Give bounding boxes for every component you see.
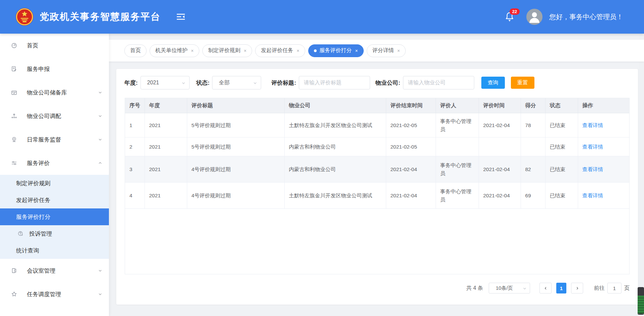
sidebar-item-service-declaration[interactable]: 服务申报 bbox=[0, 57, 109, 81]
cell: 已结束 bbox=[545, 183, 578, 209]
dispatch-icon bbox=[11, 113, 17, 119]
sidebar-item-label: 物业公司储备库 bbox=[27, 89, 67, 96]
cell: 已结束 bbox=[545, 137, 578, 156]
close-tab-icon[interactable]: × bbox=[355, 48, 358, 53]
status-label: 状态: bbox=[196, 79, 210, 87]
cell: 2021-02-04 bbox=[386, 183, 436, 209]
sidebar-item-complaint-management[interactable]: 投诉管理 bbox=[0, 225, 109, 242]
view-details-link[interactable]: 查看详情 bbox=[582, 166, 603, 172]
sidebar-item-label: 物业公司调配 bbox=[27, 112, 61, 120]
cell bbox=[436, 137, 479, 156]
property-company-input[interactable] bbox=[403, 76, 474, 89]
column-header: 评价结束时间 bbox=[386, 98, 436, 113]
cell: 2021-02-04 bbox=[479, 156, 521, 183]
tab-home[interactable]: 首页 bbox=[124, 44, 147, 57]
sidebar-item-label: 发起评价任务 bbox=[16, 196, 50, 204]
chevron-down-icon bbox=[253, 81, 257, 85]
sidebar-item-set-evaluation-rules[interactable]: 制定评价规则 bbox=[0, 175, 109, 192]
chevron-up-icon bbox=[98, 161, 102, 165]
user-greeting: 您好，事务中心管理员！ bbox=[549, 12, 623, 22]
sidebar-item-property-company-dispatch[interactable]: 物业公司调配 bbox=[0, 104, 109, 128]
view-details-link[interactable]: 查看详情 bbox=[582, 144, 603, 150]
tab-label: 首页 bbox=[130, 47, 141, 54]
tab-label: 机关单位维护 bbox=[155, 47, 188, 54]
cell bbox=[479, 137, 521, 156]
cell: 2021 bbox=[145, 137, 187, 156]
table-row: 420214号评价规则过期土默特左旗金川开发区物业公司测试2021-02-04事… bbox=[125, 183, 630, 209]
avatar[interactable] bbox=[526, 9, 542, 25]
sidebar-item-home[interactable]: 首页 bbox=[0, 34, 109, 57]
chevron-down-icon bbox=[98, 269, 102, 273]
tab-launch-evaluation-task[interactable]: 发起评价任务× bbox=[255, 44, 305, 57]
sidebar-item-meeting-room-management[interactable]: 会议室管理 bbox=[0, 259, 109, 282]
archive-icon bbox=[11, 89, 17, 96]
goto-label: 前往 bbox=[594, 285, 605, 292]
sidebar-item-launch-evaluation-task[interactable]: 发起评价任务 bbox=[0, 192, 109, 208]
status-select[interactable]: 全部 bbox=[212, 76, 261, 89]
content-card: 年度: 2021 状态: 全部 评价标题: 物业公司: 查询 重置 序号年 bbox=[116, 69, 638, 305]
sidebar-item-statistics-query[interactable]: 统计查询 bbox=[0, 242, 109, 259]
sidebar-item-label: 日常服务监督 bbox=[27, 136, 61, 144]
app-header: 党政机关事务智慧服务平台 22 bbox=[0, 0, 644, 34]
cell: 已结束 bbox=[545, 113, 578, 137]
scroll-indicator[interactable] bbox=[638, 287, 644, 315]
query-button[interactable]: 查询 bbox=[481, 77, 505, 89]
cell: 2021 bbox=[145, 183, 187, 209]
cell: 1 bbox=[125, 113, 145, 137]
sidebar-item-task-scheduling-management[interactable]: 任务调度管理 bbox=[0, 282, 109, 306]
close-tab-icon[interactable]: × bbox=[397, 48, 400, 53]
sidebar-item-service-evaluation-scoring[interactable]: 服务评价打分 bbox=[0, 208, 109, 225]
company-filter-label: 物业公司: bbox=[375, 79, 400, 87]
tab-service-evaluation-scoring[interactable]: 服务评价打分× bbox=[308, 44, 364, 57]
column-header: 物业公司 bbox=[284, 98, 386, 113]
tab-agency-unit-maintenance[interactable]: 机关单位维护× bbox=[150, 44, 199, 57]
chevron-down-icon bbox=[182, 81, 186, 85]
cell: 2021-02-04 bbox=[479, 183, 521, 209]
cell: 2021-02-05 bbox=[386, 113, 436, 137]
year-label: 年度: bbox=[124, 79, 138, 87]
notification-badge: 22 bbox=[510, 8, 520, 15]
sidebar-item-label: 首页 bbox=[27, 42, 38, 49]
page-size-select[interactable]: 10条/页 bbox=[489, 283, 530, 293]
reset-button[interactable]: 重置 bbox=[511, 77, 534, 89]
header-right: 22 您好，事务中心管理员！ bbox=[505, 0, 623, 34]
goto-page-input[interactable] bbox=[607, 283, 621, 293]
tab-set-evaluation-rules[interactable]: 制定评价规则× bbox=[202, 44, 252, 57]
column-header: 状态 bbox=[545, 98, 578, 113]
question-circle-icon bbox=[17, 231, 24, 237]
cell: 4 bbox=[125, 183, 145, 209]
monitor-icon bbox=[11, 136, 17, 143]
scrollbar-track[interactable] bbox=[639, 34, 644, 316]
sidebar-item-service-evaluation[interactable]: 服务评价 bbox=[0, 151, 109, 175]
pagination: 共 4 条 10条/页 1 前往 页 bbox=[466, 283, 630, 293]
cell: 内蒙古和利物业公司 bbox=[284, 137, 386, 156]
chevron-down-icon bbox=[523, 286, 527, 290]
app-title: 党政机关事务智慧服务平台 bbox=[40, 10, 161, 23]
sidebar-item-property-company-reserve[interactable]: 物业公司储备库 bbox=[0, 81, 109, 104]
view-details-link[interactable]: 查看详情 bbox=[582, 193, 603, 198]
cell: 已结束 bbox=[545, 156, 578, 183]
evaluation-title-input[interactable] bbox=[299, 76, 370, 89]
cell: 2021-02-05 bbox=[386, 137, 436, 156]
sidebar-item-label: 服务评价 bbox=[27, 159, 50, 167]
collapse-menu-icon[interactable] bbox=[176, 13, 185, 21]
table-row: 220215号评价规则过期内蒙古和利物业公司2021-02-05已结束查看详情 bbox=[125, 137, 630, 156]
cell: 土默特左旗金川开发区物业公司测试 bbox=[284, 113, 386, 137]
star-icon bbox=[11, 291, 17, 298]
cell: 内蒙古和利物业公司 bbox=[284, 156, 386, 183]
sidebar-item-label: 统计查询 bbox=[16, 247, 39, 254]
cell: 78 bbox=[521, 113, 545, 137]
cell bbox=[521, 137, 545, 156]
close-tab-icon[interactable]: × bbox=[191, 48, 194, 53]
status-select-value: 全部 bbox=[219, 79, 230, 86]
close-tab-icon[interactable]: × bbox=[244, 48, 246, 53]
notification-bell-icon[interactable]: 22 bbox=[505, 11, 515, 23]
sidebar-item-daily-service-supervision[interactable]: 日常服务监督 bbox=[0, 128, 109, 151]
tab-score-details[interactable]: 评分详情× bbox=[367, 44, 406, 57]
prev-page-button[interactable] bbox=[539, 283, 552, 293]
close-tab-icon[interactable]: × bbox=[296, 48, 299, 53]
view-details-link[interactable]: 查看详情 bbox=[582, 122, 603, 128]
year-select[interactable]: 2021 bbox=[140, 76, 190, 89]
current-page-button[interactable]: 1 bbox=[556, 283, 566, 293]
next-page-button[interactable] bbox=[571, 283, 583, 293]
